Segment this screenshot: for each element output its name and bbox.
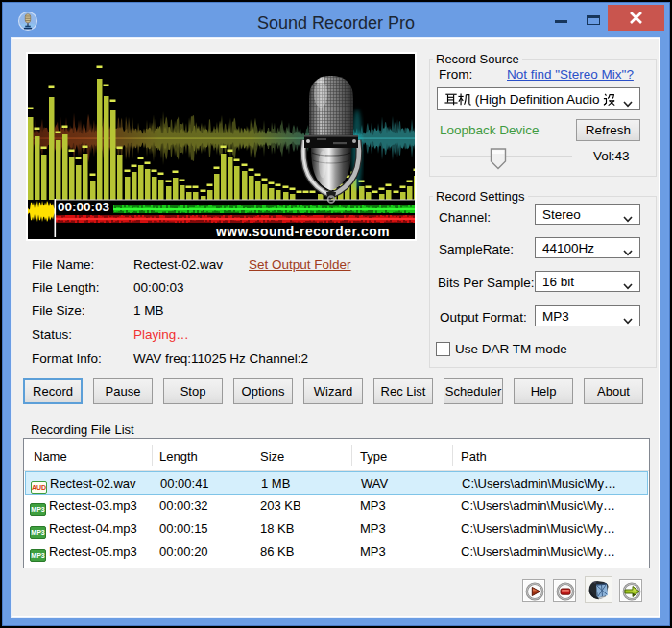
svg-text:00:00:03: 00:00:03 xyxy=(58,200,110,214)
svg-text:www.sound-recorder.com: www.sound-recorder.com xyxy=(215,225,390,239)
